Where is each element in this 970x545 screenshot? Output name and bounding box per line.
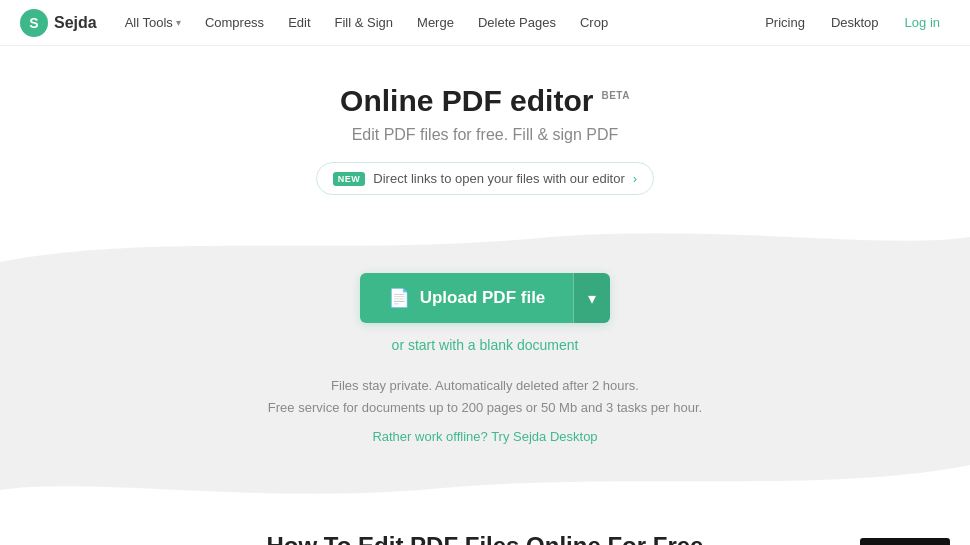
nav-item-compress[interactable]: Compress bbox=[195, 9, 274, 36]
bottom-section: How To Edit PDF Files Online For Free te… bbox=[0, 504, 970, 545]
navbar: S Sejda All Tools ▾ Compress Edit Fill &… bbox=[0, 0, 970, 46]
upload-pdf-button[interactable]: 📄 Upload PDF file bbox=[360, 273, 574, 323]
logo[interactable]: S Sejda bbox=[20, 9, 97, 37]
page-title: Online PDF editor BETA bbox=[20, 84, 950, 118]
nav-item-merge[interactable]: Merge bbox=[407, 9, 464, 36]
chevron-right-icon: › bbox=[633, 171, 637, 186]
new-badge: NEW bbox=[333, 172, 366, 186]
hero-subtitle: Edit PDF files for free. Fill & sign PDF bbox=[20, 126, 950, 144]
new-feature-link[interactable]: NEW Direct links to open your files with… bbox=[316, 162, 654, 195]
techradar-badge: techradarpro bbox=[860, 538, 950, 545]
beta-badge: BETA bbox=[601, 90, 629, 101]
chevron-down-icon: ▾ bbox=[176, 17, 181, 28]
blank-document-link[interactable]: or start with a blank document bbox=[20, 337, 950, 353]
dropdown-arrow-icon: ▾ bbox=[588, 290, 596, 307]
bottom-title: How To Edit PDF Files Online For Free bbox=[20, 532, 950, 545]
nav-links: All Tools ▾ Compress Edit Fill & Sign Me… bbox=[115, 9, 755, 36]
logo-name: Sejda bbox=[54, 14, 97, 32]
privacy-info: Files stay private. Automatically delete… bbox=[20, 375, 950, 419]
offline-link[interactable]: Rather work offline? Try Sejda Desktop bbox=[20, 429, 950, 444]
upload-dropdown-button[interactable]: ▾ bbox=[573, 273, 610, 323]
nav-item-delete-pages[interactable]: Delete Pages bbox=[468, 9, 566, 36]
new-feature-text: Direct links to open your files with our… bbox=[373, 171, 624, 186]
nav-item-crop[interactable]: Crop bbox=[570, 9, 618, 36]
nav-item-edit[interactable]: Edit bbox=[278, 9, 320, 36]
nav-item-all-tools[interactable]: All Tools ▾ bbox=[115, 9, 191, 36]
upload-section: 📄 Upload PDF file ▾ or start with a blan… bbox=[0, 223, 970, 504]
upload-button-group: 📄 Upload PDF file ▾ bbox=[360, 273, 611, 323]
nav-right: Pricing Desktop Log in bbox=[755, 9, 950, 36]
nav-item-fill-sign[interactable]: Fill & Sign bbox=[325, 9, 404, 36]
nav-pricing[interactable]: Pricing bbox=[755, 9, 815, 36]
wave-bottom bbox=[0, 465, 970, 505]
logo-icon: S bbox=[20, 9, 48, 37]
pdf-file-icon: 📄 bbox=[388, 287, 410, 309]
wave-top bbox=[0, 222, 970, 262]
hero-section: Online PDF editor BETA Edit PDF files fo… bbox=[0, 46, 970, 195]
nav-login[interactable]: Log in bbox=[895, 9, 950, 36]
nav-desktop[interactable]: Desktop bbox=[821, 9, 889, 36]
